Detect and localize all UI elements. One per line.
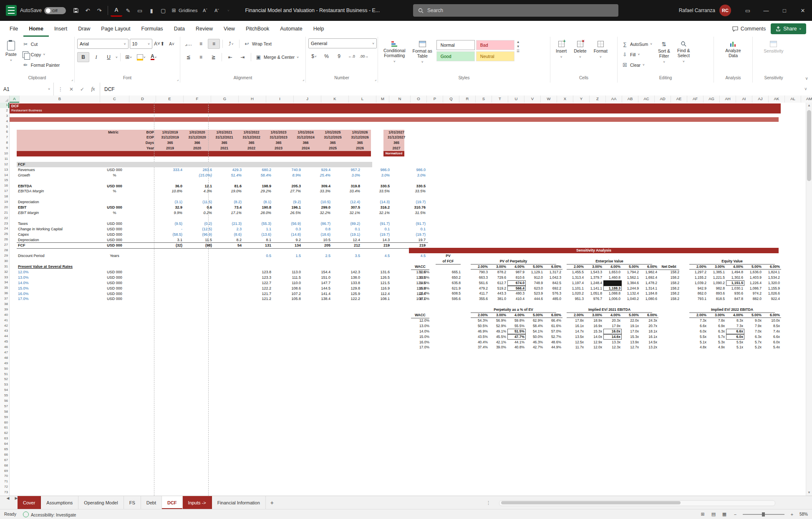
cell[interactable]: 33.5% xyxy=(363,189,392,194)
cell[interactable]: 847.8 xyxy=(726,296,744,302)
cell[interactable]: 842.5 xyxy=(544,280,562,286)
cell[interactable]: 19.1x xyxy=(622,323,640,329)
cell[interactable]: 158.2 xyxy=(658,286,681,291)
row-header-19[interactable]: 19 xyxy=(0,199,9,205)
metric-header[interactable] xyxy=(99,135,128,140)
row-header-69[interactable]: 69 xyxy=(0,469,9,474)
row-header-54[interactable]: 54 xyxy=(0,388,9,393)
cell[interactable]: 612.7 xyxy=(489,280,507,286)
cell[interactable]: 13.5x xyxy=(567,334,585,340)
cell[interactable]: 31/12/2022 xyxy=(238,135,265,140)
cell[interactable]: 138.0 xyxy=(333,275,363,280)
cell[interactable]: 131.6 xyxy=(363,270,392,275)
cell[interactable] xyxy=(129,253,155,259)
unit-cell[interactable]: % xyxy=(100,189,129,194)
cell[interactable]: (9.5) xyxy=(155,221,185,227)
cell[interactable]: 22.0x xyxy=(622,318,640,323)
column-header-AC[interactable]: AC xyxy=(638,96,655,103)
delete-cells-button[interactable]: Delete ˅ xyxy=(571,38,589,60)
unit-cell[interactable]: USD 000 xyxy=(100,227,129,232)
cell[interactable]: 862.0 xyxy=(689,291,708,296)
cell[interactable]: 1,320.0 xyxy=(763,280,781,286)
cell[interactable]: 429.3 xyxy=(214,167,244,173)
cell[interactable] xyxy=(392,253,405,259)
cell[interactable]: 4.9x xyxy=(708,345,726,350)
cell[interactable]: 6.3x xyxy=(744,334,763,340)
vertical-scroll-thumb[interactable] xyxy=(807,110,811,181)
row-header-51[interactable]: 51 xyxy=(0,372,9,377)
align-right-icon[interactable]: ≧ xyxy=(208,53,219,62)
cell[interactable]: 6.0x xyxy=(689,329,708,334)
cell[interactable] xyxy=(129,167,155,173)
period-row-label[interactable]: BOP xyxy=(128,130,156,135)
cell[interactable]: 40.4% xyxy=(471,340,489,345)
formula-input[interactable]: DCF xyxy=(100,83,799,96)
cell[interactable]: 5.1x xyxy=(726,345,744,350)
cell[interactable]: 44.9% xyxy=(544,345,562,350)
row-header-10[interactable]: 10 xyxy=(0,151,9,156)
period-row-label[interactable]: EOP xyxy=(128,135,156,140)
wacc-value[interactable]: 12.0% xyxy=(411,270,431,275)
cell[interactable]: 19.7 xyxy=(405,237,428,243)
row-header-9[interactable]: 9 xyxy=(0,146,9,151)
cell[interactable]: 1,151.5 xyxy=(726,280,744,286)
row-header-18[interactable]: 18 xyxy=(0,194,9,199)
page-layout-view-icon[interactable]: ▤ xyxy=(710,511,717,517)
cell[interactable]: 1/01/2023 xyxy=(265,130,292,135)
cell[interactable]: 16.1x xyxy=(567,323,585,329)
cell[interactable] xyxy=(214,296,244,302)
cell[interactable]: 5.1x xyxy=(689,340,708,345)
cell[interactable]: (89.2) xyxy=(333,221,363,227)
cell[interactable]: 366 xyxy=(292,140,319,146)
cell[interactable]: 1,226.4 xyxy=(744,280,763,286)
cell[interactable]: 57.0% xyxy=(544,329,562,334)
cell[interactable]: 523.9 xyxy=(526,291,544,296)
cell[interactable]: 1,129.1 xyxy=(526,270,544,275)
cell[interactable]: 108.1 xyxy=(363,296,392,302)
cell[interactable]: 141.4 xyxy=(303,291,333,297)
row-header-65[interactable]: 65 xyxy=(0,447,9,452)
analyze-data-button[interactable]: AnalyzeData xyxy=(722,38,744,59)
cell[interactable]: 12.9x xyxy=(585,340,603,345)
undo-icon[interactable]: ↶ xyxy=(82,5,93,16)
cell[interactable]: 365 xyxy=(211,140,238,146)
cell[interactable]: 1,302.6 xyxy=(726,275,744,280)
cell[interactable]: 42.1% xyxy=(489,340,507,345)
row-header-4[interactable]: 4 xyxy=(0,119,9,124)
cell[interactable] xyxy=(155,253,185,259)
row-label[interactable]: Growth xyxy=(17,173,100,178)
cell[interactable]: 1,141.1 xyxy=(585,286,603,291)
column-header-Y[interactable]: Y xyxy=(573,96,590,103)
cell[interactable]: 1,132.4 xyxy=(622,291,640,296)
cell[interactable]: 411.7 xyxy=(471,291,489,296)
clear-button[interactable]: ☒ Clear ˅ xyxy=(620,60,654,70)
row-label[interactable]: Depreciation xyxy=(17,199,100,205)
cell[interactable]: 10.8% xyxy=(155,189,185,194)
cell[interactable]: 158.2 xyxy=(658,296,681,302)
cell[interactable]: 729.6 xyxy=(489,275,507,280)
cell[interactable]: 0.3 xyxy=(274,227,303,232)
column-header-A[interactable]: A xyxy=(10,96,20,103)
cell[interactable] xyxy=(129,221,155,227)
unit-cell[interactable]: USD 000 xyxy=(100,184,129,189)
cell[interactable]: 1,184.8 xyxy=(640,291,658,296)
cell[interactable] xyxy=(155,162,182,167)
cell[interactable]: 17.1% xyxy=(214,210,244,216)
cell[interactable] xyxy=(392,221,405,227)
cell[interactable]: 10.5 xyxy=(303,237,333,243)
cell[interactable]: 748.9 xyxy=(526,280,544,286)
expand-formula-bar-icon[interactable]: ˅ xyxy=(799,83,812,96)
cell[interactable]: 6.0x xyxy=(763,340,781,345)
font-name-combo[interactable]: Arial ˅ xyxy=(77,39,129,49)
cell[interactable]: 8.3x xyxy=(726,318,744,323)
cell[interactable] xyxy=(185,275,214,280)
wacc-value[interactable]: 14.0% xyxy=(411,280,431,286)
cell[interactable]: 1/01/2024 xyxy=(292,130,319,135)
orientation-icon[interactable]: ⤴˅ xyxy=(225,39,237,48)
new-sheet-button[interactable]: + xyxy=(266,496,278,509)
vertical-scrollbar[interactable]: ▲ ▼ xyxy=(806,103,812,496)
cell[interactable]: 663.3 xyxy=(471,275,489,280)
cell[interactable] xyxy=(214,286,244,291)
cell[interactable] xyxy=(209,162,237,167)
cell[interactable]: 485.0 xyxy=(544,296,562,302)
